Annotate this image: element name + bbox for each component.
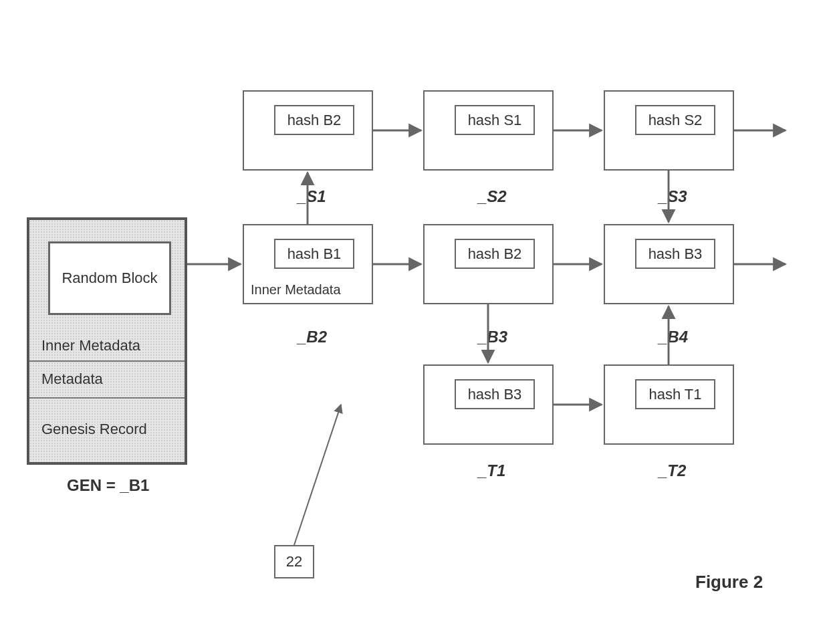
label-t2: _T2 [659,461,686,480]
hash-t2: hash T1 [635,379,715,409]
block-t2: hash T1 [604,364,734,445]
genesis-record-label: Genesis Record [41,421,147,438]
block-t1: hash B3 [423,364,554,445]
block-b2: hash B1 Inner Metadata [243,224,373,304]
inner-metadata-label: Inner Metadata [41,337,140,354]
metadata-label: Metadata [41,370,103,388]
hash-t1: hash B3 [455,379,535,409]
hash-s1: hash B2 [274,105,354,135]
hash-b2: hash B1 [274,239,354,269]
label-b4: _B4 [659,328,688,346]
inner-meta-b2: Inner Metadata [251,282,341,298]
label-t1: _T1 [478,461,505,480]
label-s3: _S3 [659,187,687,206]
hash-b4: hash B3 [635,239,715,269]
callout-22: 22 [274,545,314,578]
block-s1: hash B2 [243,90,373,171]
svg-line-12 [294,405,341,545]
block-b4: hash B3 [604,224,734,304]
block-s2: hash S1 [423,90,554,171]
label-s2: _S2 [478,187,507,206]
hash-b3: hash B2 [455,239,535,269]
hash-s2: hash S1 [455,105,535,135]
label-s1: _S1 [298,187,326,206]
random-block: Random Block [48,241,171,315]
hash-s3: hash S2 [635,105,715,135]
diagram-canvas: Random Block Inner Metadata Metadata Gen… [0,0,829,644]
label-b2: _B2 [298,328,327,346]
genesis-caption: GEN = _B1 [67,476,149,495]
block-s3: hash S2 [604,90,734,171]
block-b3: hash B2 [423,224,554,304]
genesis-block: Random Block Inner Metadata Metadata Gen… [27,217,187,465]
label-b3: _B3 [478,328,507,346]
figure-label: Figure 2 [695,572,763,593]
